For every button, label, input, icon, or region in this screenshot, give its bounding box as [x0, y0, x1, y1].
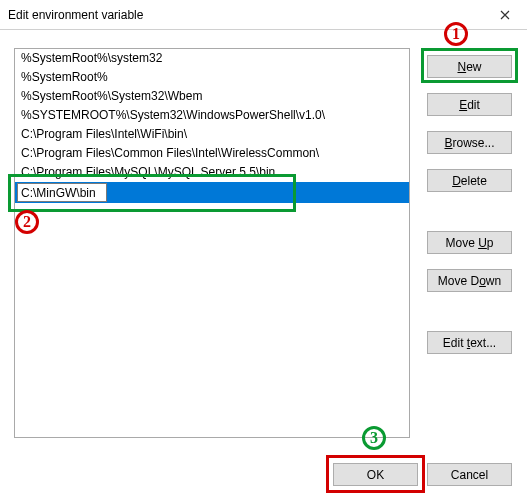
close-icon: [500, 10, 510, 20]
window-title: Edit environment variable: [8, 8, 482, 22]
path-listbox[interactable]: %SystemRoot%\system32 %SystemRoot% %Syst…: [14, 48, 410, 438]
path-edit-input[interactable]: [17, 183, 107, 202]
browse-button[interactable]: Browse...: [427, 131, 512, 154]
list-item[interactable]: C:\Program Files\MySQL\MySQL Server 5.5\…: [15, 163, 409, 182]
move-down-button[interactable]: Move Down: [427, 269, 512, 292]
list-item[interactable]: C:\Program Files\Common Files\Intel\Wire…: [15, 144, 409, 163]
list-item-editing[interactable]: [15, 182, 409, 203]
list-item[interactable]: C:\Program Files\Intel\WiFi\bin\: [15, 125, 409, 144]
ok-button[interactable]: OK: [333, 463, 418, 486]
title-bar: Edit environment variable: [0, 0, 527, 30]
list-item[interactable]: %SystemRoot%\System32\Wbem: [15, 87, 409, 106]
cancel-button[interactable]: Cancel: [427, 463, 512, 486]
list-item[interactable]: %SystemRoot%\system32: [15, 49, 409, 68]
edit-button[interactable]: Edit: [427, 93, 512, 116]
new-button[interactable]: New: [427, 55, 512, 78]
move-up-button[interactable]: Move Up: [427, 231, 512, 254]
delete-button[interactable]: Delete: [427, 169, 512, 192]
edit-text-button[interactable]: Edit text...: [427, 331, 512, 354]
list-item[interactable]: %SystemRoot%: [15, 68, 409, 87]
list-item[interactable]: %SYSTEMROOT%\System32\WindowsPowerShell\…: [15, 106, 409, 125]
close-button[interactable]: [482, 0, 527, 30]
